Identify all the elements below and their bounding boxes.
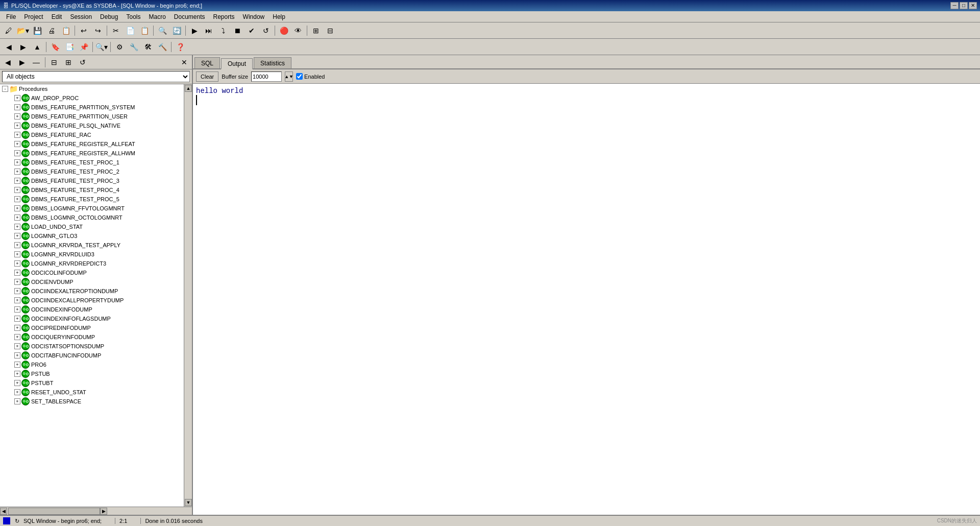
buffer-size-input[interactable] [251, 71, 282, 82]
nav-fwd-button[interactable]: ▶ [16, 41, 30, 53]
tree-item-logmnr_krvrda_test_apply[interactable]: + ⚙ LOGMNR_KRVRDA_TEST_APPLY [0, 241, 184, 250]
breakpoint-button[interactable]: 🔴 [277, 25, 290, 37]
tree-item-dbms_feature_partition_user[interactable]: + ⚙ DBMS_FEATURE_PARTITION_USER [0, 112, 184, 121]
tree-item-dbms_logmnr_ffvtologmnrt[interactable]: + ⚙ DBMS_LOGMNR_FFVTOLOGMNRT [0, 204, 184, 213]
expand-logmnr_krvrda_test_apply[interactable]: + [14, 242, 20, 248]
expand-dbms_logmnr_ffvtologmnrt[interactable]: + [14, 205, 20, 211]
expand-dbms_feature_test_proc_2[interactable]: + [14, 169, 20, 175]
expand-dbms_feature_test_proc_3[interactable]: + [14, 178, 20, 184]
new-button[interactable]: 🖊 [2, 25, 15, 37]
left-nav1[interactable]: ◀ [1, 56, 14, 68]
tree-item-logmnr_gtlo3[interactable]: + ⚙ LOGMNR_GTLO3 [0, 231, 184, 241]
print-button[interactable]: 🖨 [45, 25, 58, 37]
tree-item-pstubt[interactable]: + ⚙ PSTUBT [0, 378, 184, 388]
tree-item-dbms_feature_test_proc_1[interactable]: + ⚙ DBMS_FEATURE_TEST_PROC_1 [0, 158, 184, 167]
tree-item-odcipredinfodump[interactable]: + ⚙ ODCIPREDINFODUMP [0, 323, 184, 332]
tree-item-dbms_feature_test_proc_4[interactable]: + ⚙ DBMS_FEATURE_TEST_PROC_4 [0, 185, 184, 195]
expand-odcipredinfodump[interactable]: + [14, 325, 20, 331]
scroll-up-button[interactable]: ▲ [185, 85, 192, 92]
menu-help[interactable]: Help [268, 12, 289, 21]
menu-window[interactable]: Window [239, 12, 269, 21]
menu-reports[interactable]: Reports [209, 12, 239, 21]
nav-back-button[interactable]: ◀ [2, 41, 15, 53]
tree-item-odciindexinfodump[interactable]: + ⚙ ODCIINDEXINFODUMP [0, 305, 184, 314]
watch-button[interactable]: 👁 [291, 25, 305, 37]
expand-pstubt[interactable]: + [14, 380, 20, 386]
step-over-button[interactable]: ⏭ [202, 25, 215, 37]
grid2-button[interactable]: ⊟ [324, 25, 337, 37]
compile-button[interactable]: ⚙ [113, 41, 126, 53]
tree-item-odciindexinfoflagsdump[interactable]: + ⚙ ODCIINDEXINFOFLAGSDUMP [0, 314, 184, 323]
tab-output[interactable]: Output [221, 58, 253, 69]
close-button[interactable]: ✕ [969, 2, 977, 9]
left-nav2[interactable]: ▶ [15, 56, 29, 68]
tree-root-procedures[interactable]: - 📁 Procedures [0, 84, 184, 93]
tree-item-reset_undo_stat[interactable]: + ⚙ RESET_UNDO_STAT [0, 388, 184, 397]
hscroll-left[interactable]: ◀ [0, 508, 7, 515]
tree-item-odciindexalteroptiondump[interactable]: + ⚙ ODCIINDEXALTEROPTIONDUMP [0, 286, 184, 296]
expand-odcistatsoptionsdump[interactable]: + [14, 343, 20, 349]
undo-button[interactable]: ↩ [77, 25, 90, 37]
tree-item-odcitabfuncinfodump[interactable]: + ⚙ ODCITABFUNCINFODUMP [0, 351, 184, 360]
open-dropdown[interactable]: 📂▾ [16, 25, 30, 37]
expand-dbms_feature_test_proc_5[interactable]: + [14, 196, 20, 202]
bookmark3-button[interactable]: 📌 [77, 41, 90, 53]
tree-item-dbms_feature_test_proc_5[interactable]: + ⚙ DBMS_FEATURE_TEST_PROC_5 [0, 195, 184, 204]
expand-aw_drop_proc[interactable]: + [14, 95, 20, 101]
copy-button[interactable]: 📄 [124, 25, 137, 37]
menu-debug[interactable]: Debug [96, 12, 122, 21]
grid-button[interactable]: ⊞ [309, 25, 323, 37]
title-bar-controls[interactable]: ─ □ ✕ [950, 2, 977, 9]
tree-item-odciindexcallpropertydump[interactable]: + ⚙ ODCIINDEXCALLPROPERTYDUMP [0, 296, 184, 305]
tree-item-dbms_feature_test_proc_2[interactable]: + ⚙ DBMS_FEATURE_TEST_PROC_2 [0, 167, 184, 176]
expand-set_tablespace[interactable]: + [14, 398, 20, 404]
menu-file[interactable]: File [2, 12, 20, 21]
redo-button[interactable]: ↪ [91, 25, 105, 37]
tree-item-load_undo_stat[interactable]: + ⚙ LOAD_UNDO_STAT [0, 222, 184, 231]
tree-item-pro6[interactable]: + ⚙ PRO6 [0, 360, 184, 369]
expand-load_undo_stat[interactable]: + [14, 224, 20, 230]
buffer-spin-button[interactable]: ▲▼ [285, 71, 293, 82]
tree-item-logmnr_krvrdrepdict3[interactable]: + ⚙ LOGMNR_KRVRDREPDICT3 [0, 259, 184, 268]
cut-button[interactable]: ✂ [109, 25, 122, 37]
tree-item-dbms_feature_plsql_native[interactable]: + ⚙ DBMS_FEATURE_PLSQL_NATIVE [0, 121, 184, 130]
compile4-button[interactable]: 🔨 [156, 41, 169, 53]
menu-tools[interactable]: Tools [122, 12, 144, 21]
menu-session[interactable]: Session [66, 12, 96, 21]
left-expand[interactable]: ⊞ [62, 56, 75, 68]
expand-odciindexinfoflagsdump[interactable]: + [14, 316, 20, 322]
expand-odciqueryinfodump[interactable]: + [14, 334, 20, 340]
tab-sql[interactable]: SQL [194, 57, 220, 68]
replace-button[interactable]: 🔄 [170, 25, 183, 37]
expand-dbms_feature_rac[interactable]: + [14, 132, 20, 138]
tree-vscroll[interactable]: ▲ ▼ [184, 84, 192, 507]
expand-odciindexinfodump[interactable]: + [14, 306, 20, 313]
run-button[interactable]: ▶ [188, 25, 201, 37]
maximize-button[interactable]: □ [960, 2, 968, 9]
expand-odcienvdump[interactable]: + [14, 279, 20, 285]
tree-item-odcicolinfodump[interactable]: + ⚙ ODCICOLINFODUMP [0, 268, 184, 277]
paste-button[interactable]: 📋 [138, 25, 151, 37]
step-into-button[interactable]: ⤵ [216, 25, 230, 37]
expand-odcicolinfodump[interactable]: + [14, 270, 20, 276]
commit-button[interactable]: ✔ [245, 25, 258, 37]
stop-button[interactable]: ⏹ [231, 25, 244, 37]
expand-pro6[interactable]: + [14, 362, 20, 368]
expand-dbms_logmnr_octologmnrt[interactable]: + [14, 214, 20, 221]
tree-item-dbms_feature_register_allhwm[interactable]: + ⚙ DBMS_FEATURE_REGISTER_ALLHWM [0, 149, 184, 158]
expand-procedures[interactable]: - [2, 86, 8, 92]
preview-button[interactable]: 📋 [59, 25, 72, 37]
bookmark2-button[interactable]: 📑 [63, 41, 76, 53]
expand-reset_undo_stat[interactable]: + [14, 389, 20, 395]
expand-dbms_feature_test_proc_4[interactable]: + [14, 187, 20, 193]
enabled-checkbox[interactable] [296, 73, 303, 80]
minimize-button[interactable]: ─ [950, 2, 959, 9]
bookmark-button[interactable]: 🔖 [48, 41, 62, 53]
menu-macro[interactable]: Macro [144, 12, 169, 21]
compile2-button[interactable]: 🔧 [127, 41, 140, 53]
hscroll-thumb[interactable] [8, 508, 100, 515]
expand-dbms_feature_register_allhwm[interactable]: + [14, 150, 20, 156]
expand-dbms_feature_plsql_native[interactable]: + [14, 123, 20, 129]
hscroll-right[interactable]: ▶ [100, 508, 107, 515]
search-button[interactable]: 🔍 [156, 25, 169, 37]
